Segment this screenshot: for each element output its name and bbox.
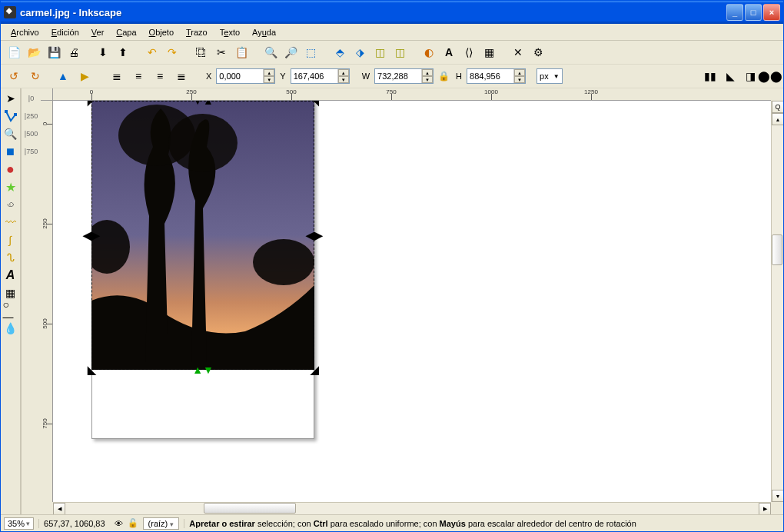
- handle-n[interactable]: ▼▲: [198, 101, 208, 106]
- flip-h-button[interactable]: ▲: [54, 67, 72, 85]
- menu-trazo[interactable]: Trazo: [180, 26, 214, 38]
- lock-icon[interactable]: 🔒: [438, 71, 450, 81]
- scroll-right-button[interactable]: ▶: [759, 503, 771, 514]
- canvas[interactable]: ◤ ▼▲ ◥ ◀▶ ◀▶ ◣ ▲▼ ◢: [53, 101, 771, 502]
- minimize-button[interactable]: _: [726, 4, 743, 21]
- scrollbar-vertical[interactable]: Q ▲ ▼: [771, 101, 783, 502]
- close-button[interactable]: ×: [763, 4, 780, 21]
- connector-tool[interactable]: ○—: [2, 302, 19, 319]
- ruler-tick-1: |0: [23, 90, 40, 107]
- paste-button[interactable]: 📋: [232, 43, 251, 62]
- circle-tool[interactable]: ●: [2, 161, 19, 178]
- open-button[interactable]: 📂: [25, 43, 43, 62]
- scroll-up-button[interactable]: ▲: [772, 113, 783, 125]
- zoom-page-button[interactable]: ⬚: [301, 43, 320, 62]
- rotate-ccw-button[interactable]: ↺: [5, 67, 23, 85]
- maximize-button[interactable]: □: [745, 4, 762, 21]
- menu-ver[interactable]: Ver: [85, 26, 111, 38]
- bezier-tool[interactable]: ∫: [2, 231, 19, 248]
- menu-objeto[interactable]: Objeto: [143, 26, 180, 38]
- undo-button[interactable]: ↶: [143, 43, 161, 62]
- select-tool[interactable]: ➤: [2, 90, 19, 107]
- text-dialog-button[interactable]: A: [440, 43, 458, 62]
- scroll-thumb-h[interactable]: [204, 503, 296, 514]
- handle-w[interactable]: ◀▶: [86, 230, 97, 241]
- align-button[interactable]: ▦: [480, 43, 498, 62]
- clone-button[interactable]: ⬗: [350, 43, 369, 62]
- zoom-display[interactable]: 35%▾: [4, 517, 34, 530]
- scroll-down-button[interactable]: ▼: [772, 490, 783, 502]
- duplicate-button[interactable]: ⬘: [331, 43, 349, 62]
- flip-v-button[interactable]: ▶: [75, 67, 94, 85]
- prefs-button[interactable]: ✕: [509, 43, 527, 62]
- scroll-left-button[interactable]: ◀: [53, 503, 65, 514]
- handle-se[interactable]: ◢: [309, 364, 320, 375]
- x-input[interactable]: ▲▼: [216, 68, 275, 84]
- canvas-area: 0 250 500 750 1000 1250 0 250 500 750: [41, 88, 783, 514]
- menu-edicion[interactable]: Edición: [45, 26, 85, 38]
- xml-button[interactable]: ⟨⟩: [460, 43, 478, 62]
- affect-gradient-button[interactable]: ◨: [741, 67, 759, 85]
- affect-pattern-button[interactable]: ⬤⬤: [761, 67, 779, 85]
- affect-corner-button[interactable]: ◣: [721, 67, 739, 85]
- layer-name[interactable]: (raíz) ▾: [143, 517, 180, 530]
- handle-e[interactable]: ◀▶: [309, 230, 320, 241]
- docprefs-button[interactable]: ⚙: [529, 43, 547, 62]
- lower-button[interactable]: ≡: [129, 67, 148, 85]
- scrollbar-horizontal[interactable]: ◀ ▶: [53, 502, 771, 514]
- star-tool[interactable]: ★: [2, 178, 19, 195]
- text-tool[interactable]: A: [2, 267, 19, 284]
- copy-button[interactable]: ⿻: [192, 43, 211, 62]
- layer-vis-icon[interactable]: 👁: [115, 519, 123, 528]
- toolbox-left: ➤ 🔍 ■ ● ★ ꩜ 〰 ∫ ᔐ A ▦ ○— 💧: [1, 88, 21, 514]
- unit-combo[interactable]: px▼: [537, 68, 563, 84]
- ruler-horizontal[interactable]: 0 250 500 750 1000 1250: [53, 88, 771, 101]
- import-button[interactable]: ⬇: [94, 43, 112, 62]
- zoom-tool[interactable]: 🔍: [2, 125, 19, 142]
- handle-ne[interactable]: ◥: [309, 101, 320, 106]
- menu-archivo[interactable]: Archivo: [5, 26, 45, 38]
- freehand-tool[interactable]: 〰: [2, 214, 19, 231]
- selected-image[interactable]: [91, 101, 314, 370]
- menu-capa[interactable]: Capa: [110, 26, 142, 38]
- export-button[interactable]: ⬆: [114, 43, 132, 62]
- dropper-tool[interactable]: 💧: [2, 320, 19, 337]
- handle-s[interactable]: ▲▼: [198, 364, 208, 375]
- save-button[interactable]: 💾: [45, 43, 63, 62]
- menu-texto[interactable]: Texto: [214, 26, 246, 38]
- raise-top-button[interactable]: ≣: [172, 67, 191, 85]
- new-doc-button[interactable]: 📄: [5, 43, 23, 62]
- ungroup-button[interactable]: ◫: [390, 43, 409, 62]
- y-input[interactable]: ▲▼: [291, 68, 350, 84]
- affect-stroke-button[interactable]: ▮▮: [701, 67, 719, 85]
- x-label: X: [206, 71, 211, 81]
- app-window: carmel.jpg - Inkscape _ □ × Archivo Edic…: [0, 0, 784, 532]
- rect-tool[interactable]: ■: [2, 143, 19, 160]
- raise-button[interactable]: ≡: [151, 67, 169, 85]
- w-input[interactable]: ▲▼: [374, 68, 434, 84]
- zoom-in-icon[interactable]: Q: [772, 101, 783, 113]
- titlebar[interactable]: carmel.jpg - Inkscape _ □ ×: [1, 1, 783, 24]
- layer-lock-icon[interactable]: 🔓: [128, 518, 138, 528]
- calligraphy-tool[interactable]: ᔐ: [2, 249, 19, 266]
- fill-button[interactable]: ◐: [420, 43, 438, 62]
- rotate-cw-button[interactable]: ↻: [26, 67, 45, 85]
- node-tool[interactable]: [2, 108, 19, 125]
- ruler-vertical[interactable]: 0 250 500 750: [41, 101, 53, 502]
- w-label: W: [362, 71, 370, 81]
- menubar: Archivo Edición Ver Capa Objeto Trazo Te…: [1, 24, 783, 41]
- redo-button[interactable]: ↷: [163, 43, 181, 62]
- cut-button[interactable]: ✂: [212, 43, 231, 62]
- handle-sw[interactable]: ◣: [86, 364, 97, 375]
- print-button[interactable]: 🖨: [65, 43, 83, 62]
- lower-bottom-button[interactable]: ≣: [108, 67, 126, 85]
- cursor-coords: 657,37, 1060,83: [38, 519, 110, 528]
- zoom-draw-button[interactable]: 🔎: [281, 43, 300, 62]
- spiral-tool[interactable]: ꩜: [2, 196, 19, 213]
- scroll-thumb-v[interactable]: [772, 234, 782, 265]
- menu-ayuda[interactable]: Ayuda: [246, 26, 282, 38]
- zoom-fit-button[interactable]: 🔍: [261, 43, 280, 62]
- h-input[interactable]: ▲▼: [467, 68, 526, 84]
- group-button[interactable]: ◫: [370, 43, 389, 62]
- handle-nw[interactable]: ◤: [86, 101, 97, 106]
